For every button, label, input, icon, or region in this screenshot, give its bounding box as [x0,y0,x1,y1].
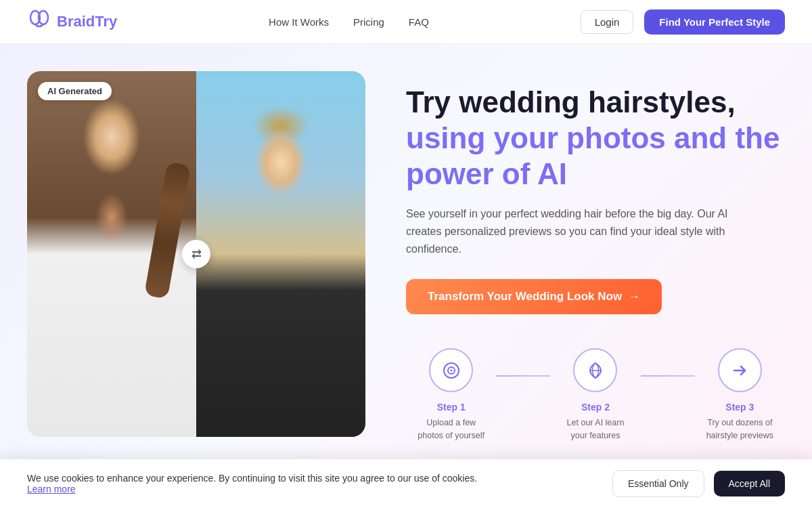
step-2-description: Let our AI learn your features [558,417,633,442]
nav-link-pricing[interactable]: Pricing [353,16,384,28]
step-2: Step 2 Let our AI learn your features [550,348,640,442]
nav-links: How It Works Pricing FAQ [269,16,429,28]
step-1: Step 1 Upload a few photos of yourself [406,348,496,442]
step-1-description: Upload a few photos of yourself [414,417,489,442]
essential-only-button[interactable]: Essential Only [612,470,704,497]
navbar: BraidTry How It Works Pricing FAQ Login … [0,0,812,44]
image-comparison-panel: AI Generated ⇄ [27,71,365,437]
step-2-icon [573,348,617,392]
cta-arrow-icon: → [629,290,640,303]
cookie-message: We use cookies to enhance your experienc… [27,473,612,494]
transform-cta-button[interactable]: Transform Your Wedding Look Now → [406,279,662,314]
ai-generated-image [27,71,196,437]
step-2-label: Step 2 [581,402,610,412]
svg-point-4 [450,369,452,371]
step-connector-2 [641,375,695,377]
hero-title: Try wedding hairstyles, using your photo… [406,85,785,192]
step-3-description: Try out dozens of hairstyle previews [702,417,777,442]
cookie-actions: Essential Only Accept All [612,470,785,497]
ai-badge: AI Generated [38,82,112,100]
step-3: Step 3 Try out dozens of hairstyle previ… [695,348,785,442]
login-button[interactable]: Login [581,10,634,34]
learn-more-link[interactable]: Learn more [27,484,76,494]
step-3-label: Step 3 [725,402,754,412]
accept-all-button[interactable]: Accept All [714,471,785,496]
logo-text: BraidTry [57,13,117,30]
logo[interactable]: BraidTry [27,9,117,34]
original-image [196,71,365,437]
step-1-label: Step 1 [437,402,466,412]
nav-actions: Login Find Your Perfect Style [581,9,785,35]
hero-text-section: Try wedding hairstyles, using your photo… [406,71,785,442]
step-connector-1 [496,375,550,377]
step-1-icon [429,348,473,392]
steps-section: Step 1 Upload a few photos of yourself S… [406,348,785,442]
cta-label: Transform Your Wedding Look Now [428,290,622,303]
step-3-icon [718,348,762,392]
swap-button[interactable]: ⇄ [182,240,210,268]
logo-icon [27,9,51,34]
find-style-button[interactable]: Find Your Perfect Style [644,9,785,35]
main-content: AI Generated ⇄ Try wedding hairstyles, u… [0,44,812,508]
nav-link-faq[interactable]: FAQ [409,16,429,28]
nav-link-how-it-works[interactable]: How It Works [269,16,329,28]
cookie-banner: We use cookies to enhance your experienc… [0,459,812,508]
hero-subtitle: See yourself in your perfect wedding hai… [406,205,758,257]
